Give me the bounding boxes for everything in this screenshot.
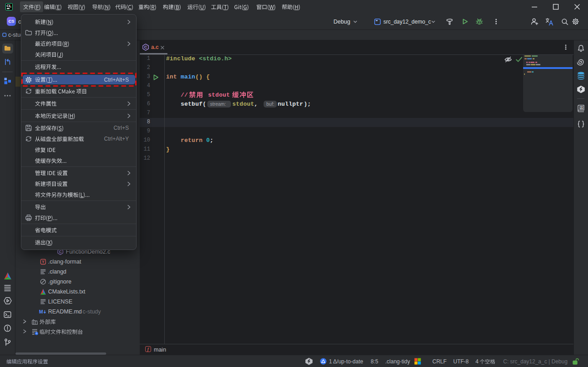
- svg-text:A: A: [580, 106, 583, 109]
- svg-text:Y: Y: [42, 259, 44, 264]
- svg-text:M: M: [39, 309, 43, 314]
- svg-text:C: C: [59, 250, 62, 254]
- svg-text:C: C: [144, 45, 147, 49]
